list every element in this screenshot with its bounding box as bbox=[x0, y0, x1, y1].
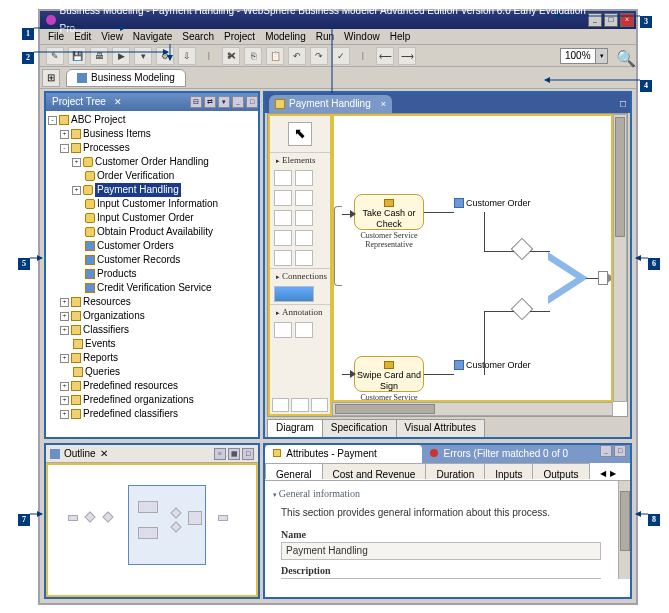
editor-tab-diagram[interactable]: Diagram bbox=[267, 419, 323, 437]
editor-tab-specification[interactable]: Specification bbox=[322, 419, 397, 437]
perspective-tab-business-modeling[interactable]: Business Modeling bbox=[66, 69, 186, 87]
maximize-button[interactable]: □ bbox=[604, 13, 618, 27]
minimize-button[interactable]: _ bbox=[588, 13, 602, 27]
toolbar-save-icon[interactable]: 💾 bbox=[68, 47, 86, 65]
tree-node-proc3[interactable]: Input Customer Information bbox=[97, 197, 218, 211]
tree-node-classifiers[interactable]: Classifiers bbox=[83, 323, 129, 337]
subtabs-scroll-right-icon[interactable]: ▶ bbox=[610, 465, 616, 481]
outline-maximize-icon[interactable]: □ bbox=[242, 448, 254, 460]
attributes-minimize-icon[interactable]: _ bbox=[600, 445, 612, 457]
menu-run[interactable]: Run bbox=[316, 29, 334, 44]
section-general-info[interactable]: General information bbox=[273, 485, 622, 504]
palette-selector-tool[interactable]: ⬉ bbox=[288, 122, 312, 146]
project-tree-body[interactable]: -ABC Project +Business Items -Processes … bbox=[46, 111, 258, 441]
palette-text-icon[interactable] bbox=[295, 322, 313, 338]
palette-subprocess-icon[interactable] bbox=[295, 170, 313, 186]
menu-modeling[interactable]: Modeling bbox=[265, 29, 306, 44]
palette-section-connections[interactable]: Connections bbox=[270, 268, 330, 284]
tree-node-proc8[interactable]: Products bbox=[97, 267, 136, 281]
toolbar-undo-icon[interactable]: ↶ bbox=[288, 47, 306, 65]
toolbar-new-icon[interactable]: ✎ bbox=[46, 47, 64, 65]
palette-start-icon[interactable] bbox=[274, 230, 292, 246]
subtab-inputs[interactable]: Inputs bbox=[484, 463, 533, 479]
twisty-icon[interactable]: + bbox=[60, 130, 69, 139]
diagram-area[interactable]: Take Cash or Check Customer Service Repr… bbox=[332, 114, 613, 402]
subtabs-scroll-left-icon[interactable]: ◀ bbox=[600, 465, 606, 481]
palette-note-icon[interactable] bbox=[274, 322, 292, 338]
tree-node-proc5[interactable]: Obtain Product Availability bbox=[97, 225, 213, 239]
menu-search[interactable]: Search bbox=[182, 29, 214, 44]
editor-tab-payment-handling[interactable]: Payment Handling × bbox=[269, 95, 392, 113]
diagram-start-node[interactable] bbox=[334, 206, 342, 286]
subtab-cost-revenue[interactable]: Cost and Revenue bbox=[322, 463, 427, 479]
diagram-end-node[interactable] bbox=[598, 271, 608, 285]
diagram-decision-1[interactable] bbox=[511, 238, 534, 261]
tree-node-proc6[interactable]: Customer Orders bbox=[97, 239, 174, 253]
palette-layout-2-icon[interactable] bbox=[291, 398, 308, 412]
palette-task-icon[interactable] bbox=[274, 170, 292, 186]
toolbar-copy-icon[interactable]: ⎘ bbox=[244, 47, 262, 65]
twisty-icon[interactable]: + bbox=[72, 158, 81, 167]
menu-edit[interactable]: Edit bbox=[74, 29, 91, 44]
close-button[interactable]: × bbox=[620, 13, 634, 27]
toolbar-back-icon[interactable]: ⟵ bbox=[376, 47, 394, 65]
palette-join-icon[interactable] bbox=[295, 210, 313, 226]
palette-layout-3-icon[interactable] bbox=[311, 398, 328, 412]
palette-section-elements[interactable]: Elements bbox=[270, 152, 330, 168]
tree-node-proc1[interactable]: Order Verification bbox=[97, 169, 174, 183]
tab-attributes[interactable]: Attributes - Payment Handling bbox=[265, 445, 422, 463]
diagram-data-customer-order-2[interactable]: Customer Order bbox=[454, 360, 531, 370]
menu-window[interactable]: Window bbox=[344, 29, 380, 44]
open-perspective-button[interactable]: ⊞ bbox=[42, 69, 60, 87]
subtab-general[interactable]: General bbox=[265, 463, 323, 479]
tree-node-proc7[interactable]: Customer Records bbox=[97, 253, 180, 267]
outline-tree-mode-icon[interactable]: ≡ bbox=[214, 448, 226, 460]
tree-node-proc9[interactable]: Credit Verification Service bbox=[97, 281, 212, 295]
tree-node-events[interactable]: Events bbox=[85, 337, 116, 351]
twisty-icon[interactable]: + bbox=[60, 326, 69, 335]
toolbar-validate-icon[interactable]: ✓ bbox=[332, 47, 350, 65]
tree-node-resources[interactable]: Resources bbox=[83, 295, 131, 309]
diagram-task-swipe-card[interactable]: Swipe Card and Sign Customer Service Rep… bbox=[354, 356, 424, 402]
maximize-view-icon[interactable]: □ bbox=[246, 96, 258, 108]
field-name-value[interactable]: Payment Handling bbox=[281, 542, 601, 560]
twisty-icon[interactable]: - bbox=[48, 116, 57, 125]
palette-section-annotation[interactable]: Annotation bbox=[270, 304, 330, 320]
diagram-decision-2[interactable] bbox=[511, 298, 534, 321]
subtab-outputs[interactable]: Outputs bbox=[532, 463, 589, 479]
editor-maximize-icon[interactable]: □ bbox=[620, 95, 626, 113]
attributes-vertical-scrollbar[interactable] bbox=[618, 481, 630, 579]
minimize-view-icon[interactable]: _ bbox=[232, 96, 244, 108]
palette-connection-icon[interactable] bbox=[274, 286, 314, 302]
zoom-input[interactable]: 100% ▾ bbox=[560, 48, 608, 64]
palette-stop-icon[interactable] bbox=[295, 230, 313, 246]
toolbar-paste-icon[interactable]: 📋 bbox=[266, 47, 284, 65]
subtab-duration[interactable]: Duration bbox=[425, 463, 485, 479]
tree-node-processes[interactable]: Processes bbox=[83, 141, 130, 155]
tree-node-root[interactable]: ABC Project bbox=[71, 113, 125, 127]
outline-overview-mode-icon[interactable]: ▦ bbox=[228, 448, 240, 460]
twisty-icon[interactable]: + bbox=[60, 410, 69, 419]
tree-node-proc4[interactable]: Input Customer Order bbox=[97, 211, 194, 225]
twisty-icon[interactable]: + bbox=[72, 186, 81, 195]
palette-merge-icon[interactable] bbox=[295, 190, 313, 206]
tree-node-reports[interactable]: Reports bbox=[83, 351, 118, 365]
palette-fork-icon[interactable] bbox=[274, 210, 292, 226]
toolbar-redo-icon[interactable]: ↷ bbox=[310, 47, 328, 65]
collapse-all-icon[interactable]: ⊟ bbox=[190, 96, 202, 108]
toolbar-export-icon[interactable]: ⇩ bbox=[178, 47, 196, 65]
palette-layout-1-icon[interactable] bbox=[272, 398, 289, 412]
editor-vertical-scrollbar[interactable] bbox=[613, 114, 627, 402]
zoom-dropdown-icon[interactable]: ▾ bbox=[595, 49, 607, 63]
twisty-icon[interactable]: + bbox=[60, 354, 69, 363]
toolbar-forward-icon[interactable]: ⟶ bbox=[398, 47, 416, 65]
toolbar-run-icon[interactable]: ▶ bbox=[112, 47, 130, 65]
view-menu-icon[interactable]: ▾ bbox=[218, 96, 230, 108]
menu-help[interactable]: Help bbox=[390, 29, 411, 44]
diagram-task-take-cash[interactable]: Take Cash or Check Customer Service Repr… bbox=[354, 194, 424, 249]
twisty-icon[interactable]: + bbox=[60, 312, 69, 321]
toolbar-debug-icon[interactable]: ⚙ bbox=[156, 47, 174, 65]
editor-horizontal-scrollbar[interactable] bbox=[332, 402, 613, 416]
outline-viewport-indicator[interactable] bbox=[128, 485, 206, 565]
toolbar-print-icon[interactable]: 🖶 bbox=[90, 47, 108, 65]
